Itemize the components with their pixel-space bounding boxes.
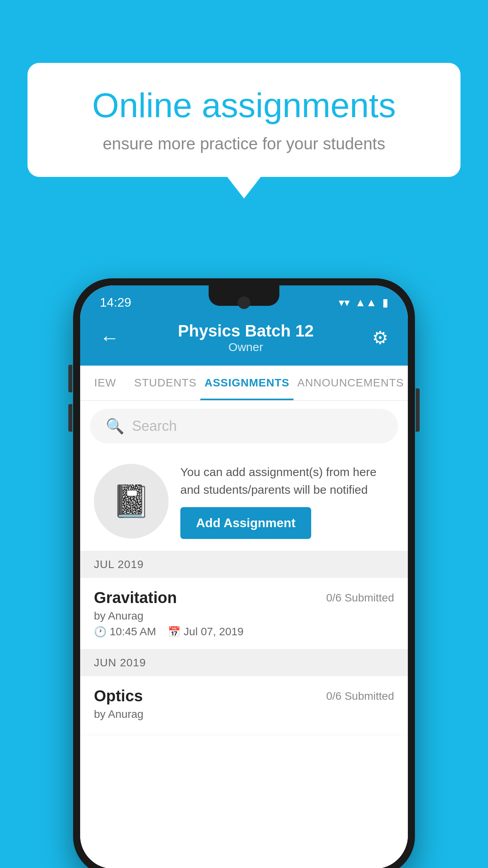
tab-students[interactable]: STUDENTS xyxy=(130,366,201,400)
status-time: 14:29 xyxy=(100,295,131,310)
tab-iew[interactable]: IEW xyxy=(80,366,130,400)
assignment-title-optics: Optics xyxy=(94,687,143,705)
assignment-meta: 🕐 10:45 AM 📅 Jul 07, 2019 xyxy=(94,625,394,638)
phone-notch xyxy=(209,285,279,306)
header-subtitle: Owner xyxy=(178,340,314,354)
phone-camera xyxy=(238,296,250,309)
promo-content: You can add assignment(s) from here and … xyxy=(180,463,394,539)
search-input[interactable]: 🔍 Search xyxy=(90,409,398,443)
assignment-submitted: 0/6 Submitted xyxy=(326,592,394,604)
phone-button-left1 xyxy=(68,365,72,392)
search-icon: 🔍 xyxy=(106,417,124,435)
promo-icon-circle: 📓 xyxy=(94,464,169,539)
speech-bubble-section: Online assignments ensure more practice … xyxy=(28,63,460,177)
speech-bubble-title: Online assignments xyxy=(59,86,429,125)
assignment-submitted-optics: 0/6 Submitted xyxy=(326,690,394,702)
phone-screen: 14:29 ▾▾ ▲▲ ▮ ← Physics Batch 12 Owner ⚙… xyxy=(80,285,408,868)
promo-card: 📓 You can add assignment(s) from here an… xyxy=(80,451,408,551)
status-icons: ▾▾ ▲▲ ▮ xyxy=(339,296,388,309)
screen-content: 🔍 Search 📓 You can add assignment(s) fro… xyxy=(80,401,408,868)
section-header-jun: JUN 2019 xyxy=(80,649,408,676)
tabs-bar: IEW STUDENTS ASSIGNMENTS ANNOUNCEMENTS xyxy=(80,366,408,401)
notebook-icon: 📓 xyxy=(112,483,151,520)
app-header: ← Physics Batch 12 Owner ⚙ xyxy=(80,314,408,366)
clock-icon: 🕐 xyxy=(94,626,106,638)
assignment-item-gravitation[interactable]: Gravitation 0/6 Submitted by Anurag 🕐 10… xyxy=(80,578,408,649)
assignment-by-optics: by Anurag xyxy=(94,708,394,721)
header-title-block: Physics Batch 12 Owner xyxy=(178,322,314,354)
assignment-date: 📅 Jul 07, 2019 xyxy=(168,625,244,638)
speech-bubble-card: Online assignments ensure more practice … xyxy=(28,63,460,177)
phone-frame: 14:29 ▾▾ ▲▲ ▮ ← Physics Batch 12 Owner ⚙… xyxy=(73,278,415,868)
assignment-title: Gravitation xyxy=(94,589,177,607)
search-placeholder: Search xyxy=(132,418,177,434)
assignment-time: 🕐 10:45 AM xyxy=(94,625,156,638)
phone-button-left2 xyxy=(68,404,72,432)
settings-button[interactable]: ⚙ xyxy=(372,327,388,348)
promo-text: You can add assignment(s) from here and … xyxy=(180,463,394,498)
speech-bubble-subtitle: ensure more practice for your students xyxy=(59,134,429,153)
wifi-icon: ▾▾ xyxy=(339,296,350,309)
phone-button-right xyxy=(416,388,420,432)
search-container: 🔍 Search xyxy=(80,401,408,451)
assignment-item-optics[interactable]: Optics 0/6 Submitted by Anurag xyxy=(80,676,408,735)
section-header-jul: JUL 2019 xyxy=(80,551,408,578)
signal-icon: ▲▲ xyxy=(355,296,377,309)
header-title: Physics Batch 12 xyxy=(178,322,314,340)
tab-assignments[interactable]: ASSIGNMENTS xyxy=(200,366,293,400)
back-button[interactable]: ← xyxy=(100,326,119,349)
assignment-by: by Anurag xyxy=(94,610,394,622)
add-assignment-button[interactable]: Add Assignment xyxy=(180,507,311,539)
tab-announcements[interactable]: ANNOUNCEMENTS xyxy=(294,366,408,400)
calendar-icon: 📅 xyxy=(168,626,180,638)
battery-icon: ▮ xyxy=(382,296,388,309)
